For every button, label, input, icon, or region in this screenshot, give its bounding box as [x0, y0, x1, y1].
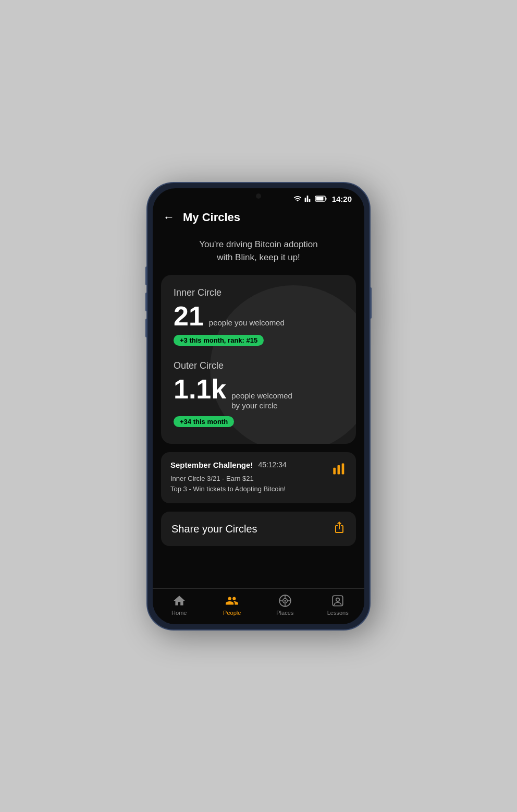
share-card[interactable]: Share your Circles: [161, 512, 356, 546]
places-icon: [278, 594, 292, 608]
status-bar: 14:20: [153, 188, 364, 207]
status-time: 14:20: [332, 195, 352, 203]
svg-point-8: [284, 600, 286, 601]
outer-circle-badge: +34 this month: [174, 416, 234, 427]
challenge-line2: Top 3 - Win tickets to Adopting Bitcoin!: [170, 484, 332, 495]
tagline-line1: You're driving Bitcoin adoption: [168, 238, 349, 251]
nav-item-people[interactable]: People: [215, 594, 249, 616]
lessons-icon: [331, 594, 344, 608]
page-header: ← My Circles: [153, 207, 364, 233]
inner-circle-label: Inner Circle: [174, 287, 343, 298]
nav-label-home: Home: [171, 610, 187, 616]
svg-rect-1: [316, 197, 323, 201]
outer-circle-section: Outer Circle 1.1k people welcomed by you…: [174, 360, 343, 427]
challenge-title: September Challenge!: [170, 460, 253, 469]
inner-circle-desc: people you welcomed: [209, 318, 285, 328]
battery-icon: [315, 196, 327, 202]
tagline-line2: with Blink, keep it up!: [168, 251, 349, 264]
outer-circle-desc: people welcomed by your circle: [231, 391, 292, 411]
circles-card: Inner Circle 21 people you welcomed +3 t…: [161, 275, 356, 444]
page-title: My Circles: [183, 211, 240, 224]
inner-circle-badge: +3 this month, rank: #15: [174, 335, 264, 346]
nav-label-people: People: [223, 610, 241, 616]
nav-label-lessons: Lessons: [327, 610, 349, 616]
bottom-nav: Home People: [153, 588, 364, 624]
signal-icon: [304, 195, 313, 203]
challenge-title-row: September Challenge! 45:12:34: [170, 460, 332, 469]
home-icon: [173, 594, 186, 608]
outer-circle-label: Outer Circle: [174, 360, 343, 371]
svg-rect-3: [333, 467, 336, 474]
outer-circle-count: 1.1k: [174, 375, 226, 403]
challenge-content: September Challenge! 45:12:34 Inner Circ…: [170, 460, 332, 495]
share-label: Share your Circles: [171, 523, 257, 535]
people-icon: [225, 594, 239, 608]
main-content: You're driving Bitcoin adoption with Bli…: [153, 233, 364, 588]
svg-rect-5: [342, 463, 344, 474]
phone-frame: 14:20 ← My Circles You're driving Bitcoi…: [146, 182, 371, 631]
wifi-icon: [293, 195, 302, 203]
tagline: You're driving Bitcoin adoption with Bli…: [153, 238, 364, 275]
phone-screen: 14:20 ← My Circles You're driving Bitcoi…: [153, 188, 364, 624]
inner-circle-section: Inner Circle 21 people you welcomed +3 t…: [174, 287, 343, 346]
phone-wrapper: 14:20 ← My Circles You're driving Bitcoi…: [146, 182, 371, 631]
challenge-timer: 45:12:34: [258, 460, 287, 469]
svg-rect-2: [325, 198, 326, 200]
svg-point-14: [336, 598, 340, 601]
share-icon: [333, 521, 346, 537]
status-icons: [293, 195, 327, 203]
nav-item-lessons[interactable]: Lessons: [321, 594, 354, 616]
inner-circle-count-row: 21 people you welcomed: [174, 302, 343, 330]
nav-item-home[interactable]: Home: [163, 594, 196, 616]
nav-item-places[interactable]: Places: [268, 594, 302, 616]
camera-notch: [256, 193, 261, 199]
back-button[interactable]: ←: [163, 211, 175, 224]
challenge-line1: Inner Circle 3/21 - Earn $21: [170, 474, 332, 484]
svg-rect-4: [338, 465, 340, 475]
challenge-card[interactable]: September Challenge! 45:12:34 Inner Circ…: [161, 452, 356, 504]
leaderboard-icon: [332, 462, 347, 479]
nav-label-places: Places: [276, 610, 293, 616]
inner-circle-count: 21: [174, 302, 204, 330]
outer-circle-count-row: 1.1k people welcomed by your circle: [174, 375, 343, 411]
